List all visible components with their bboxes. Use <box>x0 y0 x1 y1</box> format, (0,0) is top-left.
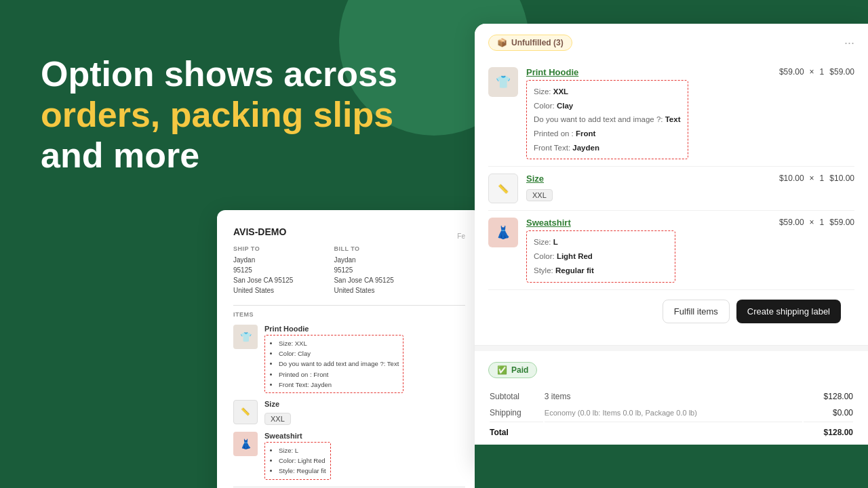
item-1-price: $59.00 <box>779 67 804 77</box>
panel-inner: 📦 Unfulfilled (3) ··· 👕 Print Hoodie Siz… <box>475 24 868 471</box>
order-item-1-price: $59.00 × 1 $59.00 <box>779 67 854 77</box>
paid-icon: ✅ <box>497 365 507 375</box>
more-options-icon[interactable]: ··· <box>844 36 854 50</box>
order-item-1-info: Print Hoodie Size: XXL Color: Clay Do yo… <box>526 67 771 159</box>
size-order-icon: 📏 <box>498 184 509 194</box>
unfulfilled-icon: 📦 <box>497 38 507 47</box>
item-2-x: × <box>810 174 814 183</box>
slip-divider <box>233 305 465 306</box>
ship-to-city: San Jose CA 95125 <box>233 275 293 285</box>
ship-to-label: SHIP TO <box>233 245 293 252</box>
item-3-qty: 1 <box>820 218 825 227</box>
item-3-total: $59.00 <box>829 218 854 227</box>
fulfill-items-button[interactable]: Fulfill items <box>663 300 730 323</box>
slip-item-3-attrs: Size: L Color: Light Red Style: Regular … <box>264 442 331 480</box>
order-item-3-thumb: 👗 <box>488 218 518 247</box>
bill-to-zip: 95125 <box>334 265 393 275</box>
item-2-total: $10.00 <box>829 174 854 183</box>
order-panel: 📦 Unfulfilled (3) ··· 👕 Print Hoodie Siz… <box>475 24 868 471</box>
ship-to-country: United States <box>233 285 293 296</box>
shipping-amount: $0.00 <box>804 405 853 420</box>
item-2-price: $10.00 <box>779 174 804 183</box>
order-item-3-attrs: Size: L Color: Light Red Style: Regular … <box>526 230 675 282</box>
slip-sw-attr-2: Color: Light Red <box>279 455 326 466</box>
bill-to-name: Jaydan <box>334 255 393 265</box>
slip-sw-attr-1: Size: L <box>279 445 326 455</box>
shipping-desc: Economy (0.0 lb: Items 0.0 lb, Package 0… <box>545 405 802 420</box>
unfulfilled-label: Unfulfilled (3) <box>511 38 564 47</box>
slip-attr-1: Size: XXL <box>279 338 399 348</box>
order-item-1-name[interactable]: Print Hoodie <box>526 67 771 77</box>
total-label: Total <box>490 422 543 440</box>
bill-to-country: United States <box>334 285 393 296</box>
order-item-2-size-tag: XXL <box>526 189 553 201</box>
slip-sw-attr-3: Style: Regular fit <box>279 466 326 476</box>
slip-item-3-info: Sweatshirt Size: L Color: Light Red Styl… <box>264 432 331 480</box>
shipping-row: Shipping Economy (0.0 lb: Items 0.0 lb, … <box>490 405 853 420</box>
ship-to-zip: 95125 <box>233 265 293 275</box>
order-item-2-thumb: 📏 <box>488 174 518 203</box>
slip-item-3: 👗 Sweatshirt Size: L Color: Light Red St… <box>233 432 465 480</box>
ship-to-name: Jaydan <box>233 255 293 265</box>
slip-attr-3: Do you want to add text and image ?: Tex… <box>279 359 399 369</box>
item-1-qty: 1 <box>820 67 825 77</box>
order-item-1-thumb: 👕 <box>488 67 518 97</box>
subtotal-amount: $128.00 <box>804 389 853 404</box>
slip-item-1-info: Print Hoodie Size: XXL Color: Clay Do yo… <box>264 325 403 393</box>
slip-item-2-thumb: 📏 <box>233 400 258 424</box>
order-item-3-info: Sweatshirt Size: L Color: Light Red Styl… <box>526 218 771 282</box>
slip-item-2-info: Size XXL <box>264 400 291 425</box>
slip-attr-2: Color: Clay <box>279 348 399 359</box>
order-item-2-info: Size XXL <box>526 174 771 201</box>
size-slip-icon: 📏 <box>241 407 250 416</box>
subtotal-qty: 3 items <box>545 389 802 404</box>
packing-slip-card: AVIS-DEMO Fe SHIP TO Jaydan 95125 San Jo… <box>217 210 481 488</box>
slip-item-1-attrs: Size: XXL Color: Clay Do you want to add… <box>264 335 403 393</box>
order-item-2-price: $10.00 × 1 $10.00 <box>779 174 854 183</box>
slip-attr-5: Front Text: Jayden <box>279 380 399 390</box>
slip-item-1-thumb: 👕 <box>233 325 258 349</box>
slip-bottom-divider <box>233 487 465 487</box>
item-2-qty: 1 <box>820 174 825 183</box>
order-item-3-name[interactable]: Sweatshirt <box>526 218 771 228</box>
slip-item-2: 📏 Size XXL <box>233 400 465 425</box>
item-1-total: $59.00 <box>829 67 854 77</box>
sweatshirt-slip-icon: 👗 <box>240 439 252 449</box>
slip-item-3-thumb: 👗 <box>233 432 258 456</box>
paid-label: Paid <box>511 365 528 375</box>
slip-items-header: ITEMS <box>233 311 465 318</box>
unfulfilled-badge: 📦 Unfulfilled (3) <box>488 35 572 51</box>
bill-to-label: BILL TO <box>334 245 393 252</box>
item-1-x: × <box>810 67 814 77</box>
create-shipping-label-button[interactable]: Create shipping label <box>736 300 841 323</box>
bill-to-city: San Jose CA 95125 <box>334 275 393 285</box>
sweatshirt-order-icon: 👗 <box>496 225 511 240</box>
order-item-2: 📏 Size XXL $10.00 × 1 $10.00 <box>488 167 854 211</box>
subtotal-label: Subtotal <box>490 389 543 404</box>
slip-addresses: SHIP TO Jaydan 95125 San Jose CA 95125 U… <box>233 245 465 296</box>
order-item-3: 👗 Sweatshirt Size: L Color: Light Red St… <box>488 211 854 289</box>
slip-ship-to: SHIP TO Jaydan 95125 San Jose CA 95125 U… <box>233 245 293 296</box>
order-item-1: 👕 Print Hoodie Size: XXL Color: Clay Do … <box>488 60 854 167</box>
subtotal-row: Subtotal 3 items $128.00 <box>490 389 853 404</box>
action-buttons: Fulfill items Create shipping label <box>488 290 854 334</box>
slip-item-2-size: XXL <box>264 413 291 425</box>
slip-attr-4: Printed on : Front <box>279 369 399 380</box>
bottom-cta-bar <box>475 445 868 488</box>
hoodie-slip-icon: 👕 <box>240 331 252 342</box>
hoodie-order-icon: 👕 <box>496 75 511 89</box>
item-3-x: × <box>810 218 814 227</box>
total-amount: $128.00 <box>804 422 853 440</box>
hero-section: Option shows across orders, packing slip… <box>41 54 397 176</box>
hero-line2: orders, packing slips <box>41 95 393 134</box>
unfulfilled-section: 📦 Unfulfilled (3) ··· 👕 Print Hoodie Siz… <box>475 24 868 346</box>
item-3-price: $59.00 <box>779 218 804 227</box>
slip-bill-to: BILL TO Jaydan 95125 San Jose CA 95125 U… <box>334 245 393 296</box>
slip-item-1: 👕 Print Hoodie Size: XXL Color: Clay Do … <box>233 325 465 393</box>
total-row: Total $128.00 <box>490 422 853 440</box>
order-item-1-attrs: Size: XXL Color: Clay Do you want to add… <box>526 80 688 159</box>
shipping-label: Shipping <box>490 405 543 420</box>
order-item-2-name[interactable]: Size <box>526 174 771 184</box>
unfulfilled-header: 📦 Unfulfilled (3) ··· <box>488 35 854 51</box>
order-item-3-price: $59.00 × 1 $59.00 <box>779 218 854 227</box>
